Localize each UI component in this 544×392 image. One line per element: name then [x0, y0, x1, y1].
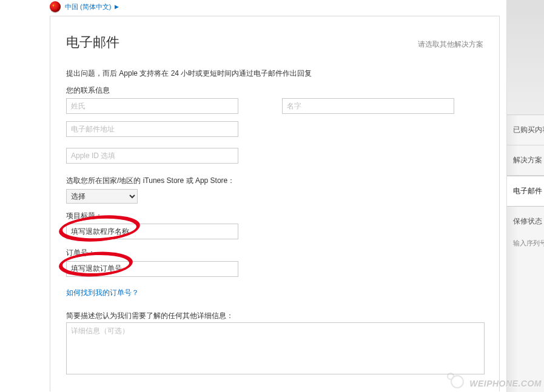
sidebar-item-warranty-sub[interactable]: 输入序列号: [507, 236, 544, 257]
givenname-field[interactable]: [282, 98, 454, 114]
page-title: 电子邮件: [66, 33, 119, 51]
email-field[interactable]: [66, 121, 238, 137]
contact-heading: 您的联系信息: [66, 84, 483, 98]
china-flag-icon: [50, 1, 61, 12]
project-title-field[interactable]: [66, 224, 238, 239]
find-order-link[interactable]: 如何找到我的订单号？: [66, 287, 483, 300]
appleid-field[interactable]: [66, 148, 238, 164]
intro-text: 提出问题，而后 Apple 支持将在 24 小时或更短时间内通过电子邮件作出回复: [66, 67, 483, 81]
description-textarea[interactable]: [66, 322, 485, 374]
store-select[interactable]: 选择: [66, 189, 138, 204]
surname-field[interactable]: [66, 98, 238, 114]
sidebar-item-email[interactable]: 电子邮件: [507, 176, 544, 207]
right-sidebar: 已购买内容 解决方案 电子邮件 保修状态 输入序列号: [506, 0, 544, 392]
description-label: 简要描述您认为我们需要了解的任何其他详细信息：: [66, 310, 483, 323]
sidebar-item-warranty[interactable]: 保修状态: [507, 207, 544, 236]
order-number-field[interactable]: [66, 261, 238, 277]
sidebar-item-solutions[interactable]: 解决方案: [507, 145, 544, 176]
store-label: 选取您所在国家/地区的 iTunes Store 或 App Store：: [66, 174, 483, 188]
region-selector[interactable]: 中国 (简体中文): [65, 3, 111, 10]
main-card: 电子邮件 请选取其他解决方案 提出问题，而后 Apple 支持将在 24 小时或…: [50, 16, 500, 391]
order-label: 订单号：: [66, 247, 483, 260]
alt-solution-link[interactable]: 请选取其他解决方案: [418, 39, 483, 50]
project-title-label: 项目标题：: [66, 210, 483, 223]
sidebar-item-purchased[interactable]: 已购买内容: [507, 115, 544, 145]
chevron-right-icon: ▶: [115, 4, 119, 10]
